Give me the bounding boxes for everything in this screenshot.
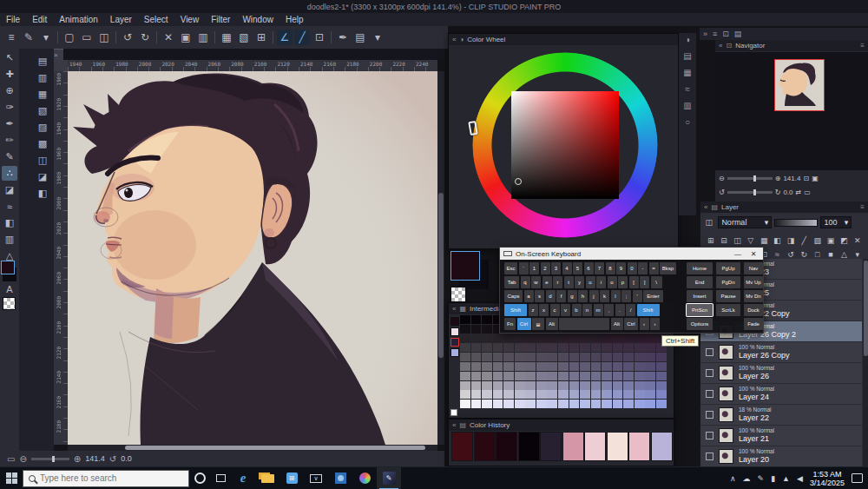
eyedropper-tool[interactable]: ✑ — [2, 100, 17, 115]
menu-animation[interactable]: Animation — [53, 13, 103, 26]
intermediate-cell[interactable] — [602, 372, 612, 380]
key-Shift[interactable]: Shift — [504, 304, 527, 316]
key-scrlk[interactable]: ScrLk — [716, 304, 740, 316]
key-prtscn[interactable]: PrtScn — [687, 304, 713, 316]
current-tool-icon[interactable]: ✎ — [21, 30, 36, 45]
intermediate-cell[interactable] — [493, 353, 503, 361]
intermediate-cell[interactable] — [613, 353, 623, 361]
key-,[interactable]: , — [604, 304, 614, 316]
intermediate-cell[interactable] — [547, 381, 557, 390]
pencil-tool[interactable]: ✏ — [2, 133, 17, 148]
subtool-texture[interactable]: ◧ — [35, 186, 50, 201]
intermediate-cell[interactable] — [656, 362, 667, 371]
scroll-thumb[interactable] — [438, 193, 444, 358]
intermediate-cell[interactable] — [460, 362, 470, 371]
layer-visibility-checkbox[interactable] — [706, 411, 713, 419]
menu-edit[interactable]: Edit — [26, 13, 53, 26]
collapse-icon[interactable]: « — [452, 421, 456, 429]
key-f[interactable]: f — [556, 290, 566, 302]
intermediate-cell[interactable] — [623, 372, 634, 380]
intermediate-cell[interactable] — [569, 362, 580, 371]
intermediate-cell[interactable] — [645, 400, 655, 408]
nav-rotate-handle[interactable] — [753, 189, 756, 195]
taskbar-clock[interactable]: 1:53 AM 3/14/2025 — [810, 470, 845, 487]
intermediate-cell[interactable] — [515, 372, 525, 380]
scroll-thumb[interactable] — [864, 261, 868, 356]
intermediate-cell[interactable] — [613, 343, 623, 352]
color-wheel-tab[interactable]: ◑ — [685, 35, 690, 44]
osk-close-button[interactable]: ✕ — [747, 250, 760, 258]
history-swatch[interactable] — [518, 432, 540, 461]
key-x[interactable]: x — [539, 304, 549, 316]
zoom-tool[interactable]: ⊕ — [2, 83, 17, 98]
intermediate-cell[interactable] — [645, 381, 655, 390]
key-v[interactable]: v — [561, 304, 570, 316]
intermediate-cell[interactable] — [558, 372, 569, 380]
intermediate-cell[interactable] — [613, 334, 623, 343]
nav-flip-icon[interactable]: ⇄ — [796, 188, 802, 196]
nav-zoom-in-icon[interactable]: ⊕ — [775, 175, 781, 182]
menu-filter[interactable]: Filter — [205, 13, 236, 26]
key-`[interactable]: ` — [519, 262, 529, 274]
intermediate-cell[interactable] — [471, 372, 482, 380]
intermediate-cell[interactable] — [602, 334, 612, 343]
intermediate-cell[interactable] — [558, 400, 569, 408]
intermediate-cell[interactable] — [547, 353, 557, 361]
clear-icon[interactable]: ✕ — [161, 30, 176, 45]
intermediate-cell[interactable] — [558, 390, 569, 399]
intermediate-cell[interactable] — [515, 390, 525, 399]
paint-3d-taskbar-button[interactable] — [352, 467, 377, 489]
intermediate-cell[interactable] — [503, 390, 514, 399]
intermediate-source-swatch[interactable] — [450, 317, 459, 326]
redo-icon[interactable]: ↻ — [137, 30, 153, 45]
intermediate-cell[interactable] — [645, 343, 655, 352]
network-icon[interactable]: ▲ — [782, 474, 790, 483]
intermediate-cell[interactable] — [482, 362, 492, 371]
layer-menu-icon[interactable]: ≡ — [860, 203, 865, 211]
key-=[interactable]: = — [649, 262, 659, 274]
canvas-vertical-scrollbar[interactable] — [437, 71, 444, 445]
current-color-large-swatch[interactable] — [450, 251, 480, 281]
transform-icon[interactable]: ▧ — [236, 30, 252, 45]
intermediate-cell[interactable] — [645, 390, 655, 399]
quick-access-tab[interactable]: ⊡ — [722, 30, 729, 38]
key-fade[interactable]: Fade — [744, 318, 763, 330]
history-swatch[interactable] — [628, 432, 650, 461]
intermediate-cell[interactable] — [547, 334, 557, 343]
intermediate-cell[interactable] — [656, 381, 667, 390]
saturation-value-square[interactable] — [511, 91, 619, 199]
intermediate-cell[interactable] — [460, 390, 470, 399]
key-\[interactable]: \ — [651, 276, 662, 288]
intermediate-cell[interactable] — [515, 334, 525, 343]
taskbar-search[interactable] — [23, 470, 189, 487]
key-Tab[interactable]: Tab — [504, 276, 519, 288]
key-insert[interactable]: Insert — [687, 290, 713, 302]
intermediate-source-swatch[interactable] — [450, 327, 459, 336]
key-Alt[interactable]: Alt — [546, 318, 558, 330]
key-Bksp[interactable]: Bksp — [660, 262, 676, 274]
grid-view-icon[interactable]: ⊞ — [253, 30, 269, 45]
key-s[interactable]: s — [535, 290, 544, 302]
key-i[interactable]: i — [596, 276, 606, 288]
intermediate-cell[interactable] — [569, 400, 580, 408]
key-h[interactable]: h — [578, 290, 588, 302]
key-mv-up[interactable]: Mv Up — [744, 276, 763, 288]
intermediate-cell[interactable] — [525, 390, 536, 399]
intermediate-cell[interactable] — [569, 381, 580, 390]
action-center-icon[interactable] — [852, 473, 863, 483]
onedrive-icon[interactable]: ☁ — [743, 474, 751, 483]
intermediate-cell[interactable] — [635, 353, 645, 361]
intermediate-cell[interactable] — [645, 353, 655, 361]
photos-taskbar-button[interactable] — [328, 467, 352, 489]
intermediate-cell[interactable] — [602, 343, 612, 352]
intermediate-cell[interactable] — [503, 381, 514, 390]
intermediate-cell[interactable] — [515, 353, 525, 361]
intermediate-cell[interactable] — [471, 381, 482, 390]
intermediate-cell[interactable] — [656, 390, 667, 399]
intermediate-cell[interactable] — [525, 400, 536, 408]
intermediate-cell[interactable] — [580, 334, 590, 343]
osk-title-bar[interactable]: On-Screen Keyboard — ✕ — [500, 248, 763, 260]
intermediate-cell[interactable] — [623, 381, 634, 390]
key-b[interactable]: b — [572, 304, 582, 316]
open-file-icon[interactable]: ▭ — [79, 30, 95, 45]
